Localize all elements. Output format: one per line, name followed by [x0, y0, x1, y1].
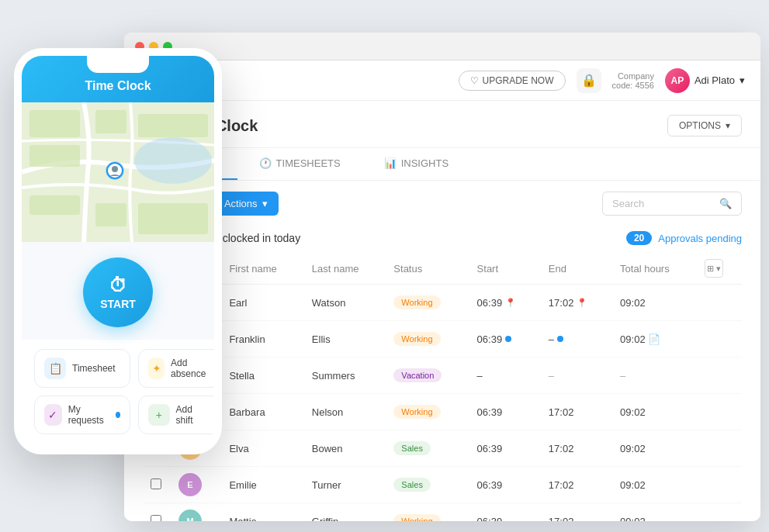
svg-point-13 [112, 166, 118, 172]
row-start: – [469, 358, 541, 394]
upgrade-button[interactable]: ♡ UPGRADE NOW [459, 71, 566, 91]
tab-insights-label: INSIGHTS [401, 157, 449, 169]
dash: – [620, 370, 625, 382]
row-start: 06:39 📍 [469, 285, 541, 321]
row-actions-cell [697, 467, 742, 503]
status-badge: Sales [393, 478, 431, 492]
end-time: 17:02 [549, 479, 604, 491]
row-select-cell [143, 467, 171, 503]
add-absence-button[interactable]: ✦ Add absence [138, 349, 221, 388]
tab-timesheets-label: TIMESHEETS [276, 157, 341, 169]
lock-icon-button[interactable]: 🔒 [577, 68, 601, 93]
user-avatar-circle: AP [665, 68, 690, 93]
svg-rect-6 [138, 203, 208, 234]
row-status: Working [386, 285, 469, 321]
row-status: Vacation [386, 358, 469, 394]
row-actions-cell [697, 430, 742, 467]
row-last-name: Nelson [304, 394, 386, 430]
row-status: Working [386, 321, 469, 358]
search-box[interactable]: Search 🔍 [602, 192, 742, 216]
live-dot [505, 336, 511, 342]
end-time: 17:02 📍 [549, 297, 604, 309]
row-status: Sales [386, 430, 469, 467]
row-actions-cell [697, 285, 742, 321]
heart-icon: ♡ [470, 75, 479, 86]
row-avatar-cell: E [171, 467, 221, 503]
row-first-name: Earl [221, 285, 303, 321]
options-button[interactable]: OPTIONS ▾ [667, 115, 742, 136]
actions-label: Actions [224, 198, 258, 209]
options-label: OPTIONS [679, 120, 721, 131]
chevron-down-icon: ▾ [740, 74, 745, 86]
chevron-down-icon: ▾ [262, 198, 268, 209]
employee-avatar: E [178, 473, 202, 496]
row-start: 06:39 [469, 467, 541, 503]
timesheet-button[interactable]: 📋 Timesheet [34, 349, 130, 388]
company-code: code: 4556 [612, 81, 654, 90]
col-total-hours[interactable]: Total hours [612, 253, 697, 285]
col-toggle[interactable]: ⊞ ▾ [697, 253, 742, 285]
row-first-name: Franklin [221, 321, 303, 358]
row-start: 06:39 [469, 321, 541, 358]
status-badge: Working [393, 514, 440, 521]
row-end: 17:02 [541, 467, 612, 503]
user-menu[interactable]: AP Adi Plato ▾ [665, 68, 745, 93]
status-badge: Working [393, 295, 440, 309]
start-label: START [100, 298, 136, 310]
row-start: 06:39 [469, 430, 541, 467]
actions-button[interactable]: Actions ▾ [213, 192, 279, 216]
start-time: 06:39 [477, 479, 533, 491]
col-first-name[interactable]: First name [221, 253, 303, 285]
phone-start-section: ⏱ START [22, 242, 214, 340]
row-total-hours: 09:02 [612, 285, 697, 321]
svg-rect-2 [29, 145, 80, 167]
row-actions-cell [697, 394, 742, 430]
start-button[interactable]: ⏱ START [83, 257, 153, 327]
svg-rect-5 [138, 114, 208, 137]
svg-rect-1 [29, 110, 80, 137]
live-dot [557, 336, 563, 342]
col-status[interactable]: Status [386, 253, 469, 285]
row-first-name: Stella [221, 358, 303, 394]
row-total-hours: 09:02 [612, 430, 697, 467]
row-total-hours: 09:02 [612, 394, 697, 430]
company-info: Company code: 4556 [612, 71, 654, 90]
end-time: – [549, 333, 604, 345]
row-actions-cell [697, 321, 742, 358]
tab-insights[interactable]: 📊 INSIGHTS [362, 148, 470, 180]
add-shift-label: Add shift [176, 404, 212, 426]
approvals-link[interactable]: Approvals pending [658, 233, 742, 244]
tab-timesheets[interactable]: 🕐 TIMESHEETS [237, 148, 362, 180]
col-end[interactable]: End [541, 253, 612, 285]
svg-rect-7 [95, 203, 126, 226]
row-checkbox[interactable] [151, 515, 161, 522]
status-badge: Vacation [393, 368, 442, 382]
chart-icon: 📊 [384, 157, 397, 169]
dash: – [549, 370, 554, 382]
company-label: Company [612, 71, 654, 81]
pin-icon: 📍 [505, 298, 516, 308]
row-actions-cell [697, 503, 742, 522]
start-time: 06:39 [477, 333, 533, 345]
add-absence-icon: ✦ [148, 358, 165, 379]
table-row: EEarlWatsonWorking06:39 📍17:02 📍09:02 [143, 285, 742, 321]
timesheet-icon: 📋 [44, 358, 66, 379]
column-toggle-icon[interactable]: ⊞ ▾ [705, 259, 723, 278]
table-row: EElvaBowenSales06:3917:0209:02 [143, 430, 742, 467]
end-time: 17:02 [549, 516, 604, 522]
svg-point-8 [134, 137, 212, 184]
row-checkbox[interactable] [151, 478, 161, 489]
upgrade-label: UPGRADE NOW [483, 75, 554, 86]
my-requests-label: My requests [68, 404, 109, 426]
employee-avatar: M [178, 510, 202, 521]
table-row: ✓FFranklinEllisWorking06:39 – 09:02 📄 [143, 321, 742, 358]
col-start[interactable]: Start [469, 253, 541, 285]
start-time: 06:39 [477, 406, 533, 418]
add-shift-button[interactable]: + Add shift [138, 396, 221, 434]
table-row: MMattieGriffinWorking06:3917:0209:02 [143, 503, 742, 522]
doc-icon: 📄 [648, 333, 660, 345]
row-end: 17:02 [541, 503, 612, 522]
row-last-name: Griffin [304, 503, 386, 522]
col-last-name[interactable]: Last name [304, 253, 386, 285]
my-requests-button[interactable]: ✓ My requests [34, 396, 130, 434]
